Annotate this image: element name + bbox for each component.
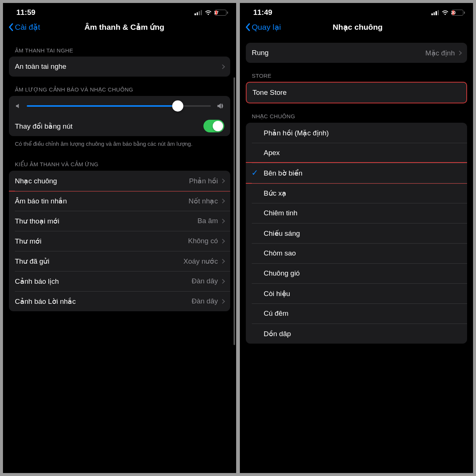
- headphone-safety-row[interactable]: An toàn tai nghe: [9, 57, 230, 77]
- ringtone-row[interactable]: Apex: [246, 143, 467, 163]
- volume-group: Thay đổi bằng nút: [9, 96, 230, 136]
- headphone-group: An toàn tai nghe: [9, 57, 230, 77]
- cell-signal-icon: [431, 10, 439, 15]
- phone-left: 11:59 17 Cài đặt Âm thanh & Cảm ứng ÂM T…: [3, 3, 236, 473]
- sound-row[interactable]: Âm báo tin nhắnNốt nhạc: [9, 191, 230, 211]
- sound-label: Âm báo tin nhắn: [15, 197, 189, 205]
- chevron-right-icon: [457, 51, 462, 55]
- section-header-patterns: KIỂU ÂM THANH VÀ CẢM ỨNG: [9, 151, 230, 171]
- chevron-right-icon: [220, 64, 225, 69]
- page-title: Nhạc chuông: [247, 23, 468, 32]
- section-header-headphone: ÂM THANH TAI NGHE: [9, 38, 230, 57]
- patterns-group: Nhạc chuôngPhản hồiÂm báo tin nhắnNốt nh…: [9, 171, 230, 311]
- page-title: Âm thanh & Cảm ứng: [18, 23, 231, 32]
- sound-row[interactable]: Cảnh báo Lời nhắcĐàn dây: [9, 291, 230, 311]
- check-slot: ✓: [246, 168, 264, 178]
- sound-row[interactable]: Nhạc chuôngPhản hồi: [9, 171, 230, 191]
- ringtone-row[interactable]: Chòm sao: [246, 243, 467, 263]
- section-header-ringtone: NHẠC CHUÔNG: [246, 103, 467, 123]
- ringtone-row[interactable]: Dồn dâp: [246, 324, 467, 344]
- chevron-right-icon: [220, 299, 225, 304]
- sound-row[interactable]: Cảnh báo lịchĐàn dây: [9, 271, 230, 291]
- ringtone-name: Còi hiệu: [264, 289, 461, 298]
- status-bar: 11:49 20: [240, 3, 473, 19]
- slider-thumb[interactable]: [172, 100, 183, 112]
- battery-icon: 17: [215, 10, 228, 16]
- sound-row[interactable]: Thư thoại mớiBa âm: [9, 211, 230, 231]
- sound-value: Nốt nhạc: [189, 197, 218, 205]
- sound-label: Nhạc chuông: [15, 177, 189, 185]
- sound-label: Cảnh báo Lời nhắc: [15, 297, 192, 306]
- section-header-volume: ÂM LƯỢNG CẢNH BÁO VÀ NHẠC CHUÔNG: [9, 77, 230, 96]
- sound-row[interactable]: Thư mớiKhông có: [9, 231, 230, 251]
- status-time: 11:49: [253, 8, 272, 17]
- sound-label: Thư mới: [15, 237, 188, 245]
- sound-value: Đàn dây: [192, 297, 218, 305]
- change-with-buttons-row: Thay đổi bằng nút: [9, 116, 230, 136]
- speaker-low-icon: [15, 103, 22, 109]
- ringtone-row[interactable]: ✓Bên bờ biển: [246, 163, 467, 183]
- chevron-right-icon: [220, 178, 225, 183]
- chevron-right-icon: [220, 199, 225, 203]
- ringtone-row[interactable]: Chiếu sáng: [246, 223, 467, 243]
- chevron-left-icon: [8, 23, 13, 31]
- tone-store-row[interactable]: Tone Store: [247, 83, 466, 103]
- store-group: Tone Store: [246, 82, 467, 103]
- ringtone-row[interactable]: Chuông gió: [246, 263, 467, 283]
- ringtone-row[interactable]: Còi hiệu: [246, 283, 467, 303]
- ringtone-name: Bên bờ biển: [264, 169, 461, 177]
- sound-label: Thư thoại mới: [15, 217, 197, 225]
- ringtone-name: Chuông gió: [264, 269, 461, 277]
- volume-footer-note: Có thể điều chỉnh âm lượng chuông và âm …: [9, 136, 230, 151]
- cell-signal-icon: [194, 10, 202, 15]
- chevron-right-icon: [220, 219, 225, 223]
- chevron-right-icon: [220, 259, 225, 264]
- sound-value: Không có: [188, 237, 218, 245]
- ringtone-name: Chiêm tinh: [264, 209, 461, 217]
- sound-value: Xoáy nước: [183, 257, 218, 266]
- phone-right: 11:49 20 Quay lại Nhạc chuông Rung Mặc: [240, 3, 473, 473]
- change-with-buttons-label: Thay đổi bằng nút: [15, 122, 203, 131]
- content-scroll[interactable]: Rung Mặc định STORE Tone Store NHẠC CHUÔ…: [240, 38, 473, 473]
- sound-value: Ba âm: [197, 217, 218, 225]
- ringtone-row[interactable]: Bức xạ: [246, 183, 467, 203]
- status-bar: 11:59 17: [3, 3, 236, 19]
- volume-slider-row: [9, 96, 230, 116]
- ringtone-name: Dồn dâp: [264, 329, 461, 338]
- status-right: 20: [431, 10, 465, 16]
- vibration-value: Mặc định: [425, 49, 455, 57]
- ringtone-row[interactable]: Phản hồi (Mặc định): [246, 123, 467, 143]
- ringtone-name: Chòm sao: [264, 249, 461, 257]
- wifi-icon: [441, 10, 449, 15]
- ringtone-group: Phản hồi (Mặc định)Apex✓Bên bờ biểnBức x…: [246, 123, 467, 344]
- ringtone-name: Bức xạ: [264, 189, 461, 197]
- check-icon: ✓: [250, 168, 260, 178]
- ringtone-row[interactable]: Cú đêm: [246, 303, 467, 324]
- sound-value: Phản hồi: [189, 177, 218, 185]
- vibration-row[interactable]: Rung Mặc định: [246, 43, 467, 63]
- ringtone-row[interactable]: Chiêm tinh: [246, 203, 467, 223]
- nav-header: Cài đặt Âm thanh & Cảm ứng: [3, 19, 236, 38]
- ringtone-name: Chiếu sáng: [264, 229, 461, 238]
- ringtone-name: Apex: [264, 149, 461, 157]
- ringtone-name: Cú đêm: [264, 309, 461, 318]
- wifi-icon: [205, 10, 212, 15]
- sound-label: Cảnh báo lịch: [15, 277, 192, 286]
- battery-icon: 20: [451, 10, 465, 16]
- volume-slider[interactable]: [27, 105, 211, 107]
- sound-label: Thư đã gửi: [15, 257, 183, 266]
- scrollbar[interactable]: [234, 77, 235, 345]
- content-scroll[interactable]: ÂM THANH TAI NGHE An toàn tai nghe ÂM LƯ…: [3, 38, 236, 473]
- sound-value: Đàn dây: [192, 277, 218, 285]
- status-right: 17: [194, 10, 228, 16]
- ringtone-name: Phản hồi (Mặc định): [264, 129, 461, 137]
- status-time: 11:59: [16, 8, 35, 17]
- speaker-high-icon: [216, 102, 224, 110]
- vibration-label: Rung: [252, 49, 425, 57]
- change-with-buttons-toggle[interactable]: [203, 120, 224, 132]
- tone-store-label: Tone Store: [253, 89, 460, 97]
- sound-row[interactable]: Thư đã gửiXoáy nước: [9, 251, 230, 271]
- nav-header: Quay lại Nhạc chuông: [240, 19, 473, 38]
- section-header-store: STORE: [246, 63, 467, 82]
- vibration-group: Rung Mặc định: [246, 43, 467, 63]
